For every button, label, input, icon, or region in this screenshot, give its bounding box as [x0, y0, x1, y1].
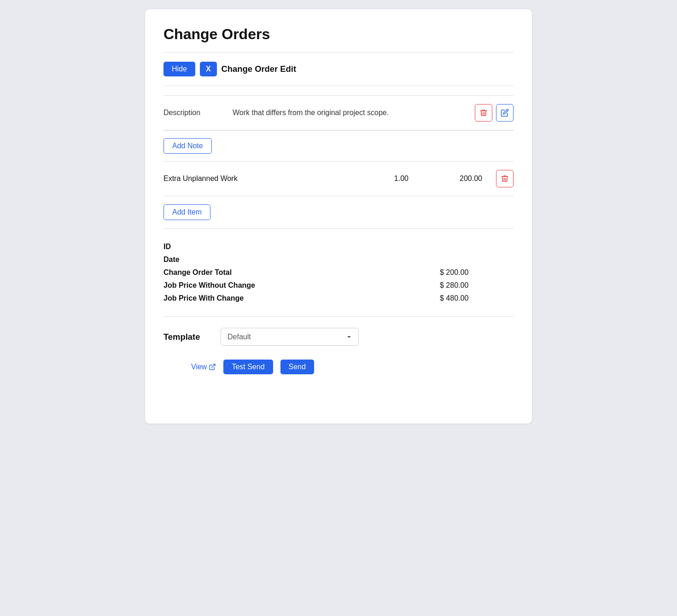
send-button[interactable]: Send: [280, 360, 314, 374]
view-link[interactable]: View: [191, 363, 216, 371]
edit-description-button[interactable]: [496, 104, 514, 122]
top-bar: Hide X Change Order Edit: [163, 62, 514, 76]
job-no-change-label: Job Price Without Change: [163, 281, 440, 290]
add-note-section: Add Note: [163, 130, 514, 162]
main-card: Change Orders Hide X Change Order Edit D…: [145, 9, 532, 424]
template-select[interactable]: Default: [221, 328, 359, 346]
job-with-change-row: Job Price With Change $ 480.00: [163, 294, 514, 302]
title-divider: [163, 52, 514, 52]
delete-line-item-button[interactable]: [496, 170, 514, 187]
topbar-divider: [163, 86, 514, 86]
line-item: Extra Unplanned Work 1.00 200.00: [163, 162, 514, 196]
bottom-actions: View Test Send Send: [163, 355, 514, 374]
description-row: Description Work that differs from the o…: [163, 95, 514, 130]
edit-icon: [501, 109, 509, 117]
page-title: Change Orders: [163, 26, 514, 43]
job-with-change-label: Job Price With Change: [163, 294, 440, 302]
description-value: Work that differs from the original proj…: [233, 109, 475, 117]
view-label: View: [191, 363, 207, 371]
add-note-button[interactable]: Add Note: [163, 138, 212, 154]
date-label: Date: [163, 256, 180, 264]
co-total-row: Change Order Total $ 200.00: [163, 268, 514, 277]
test-send-button[interactable]: Test Send: [223, 360, 273, 374]
description-label: Description: [163, 109, 233, 117]
add-item-button[interactable]: Add Item: [163, 204, 210, 220]
line-item-qty: 1.00: [372, 174, 409, 183]
template-section: Template Default: [163, 316, 514, 355]
job-no-change-row: Job Price Without Change $ 280.00: [163, 281, 514, 290]
job-no-change-value: $ 280.00: [440, 281, 514, 290]
hide-button[interactable]: Hide: [163, 62, 195, 76]
add-item-section: Add Item: [163, 196, 514, 229]
id-row: ID: [163, 243, 514, 251]
co-total-label: Change Order Total: [163, 268, 440, 277]
co-total-value: $ 200.00: [440, 268, 514, 277]
description-actions: [475, 104, 514, 122]
line-item-price: 200.00: [436, 174, 482, 183]
line-items-container: Extra Unplanned Work 1.00 200.00: [163, 162, 514, 196]
job-with-change-value: $ 480.00: [440, 294, 514, 302]
edit-title: Change Order Edit: [222, 64, 296, 74]
line-item-name: Extra Unplanned Work: [163, 174, 372, 183]
svg-line-0: [212, 364, 215, 367]
summary-section: ID Date Change Order Total $ 200.00 Job …: [163, 238, 514, 316]
id-label: ID: [163, 243, 171, 251]
trash-icon: [479, 109, 488, 117]
external-link-icon: [209, 363, 216, 371]
delete-description-button[interactable]: [475, 104, 492, 122]
close-button[interactable]: X: [200, 62, 217, 76]
template-label: Template: [163, 332, 210, 342]
date-row: Date: [163, 256, 514, 264]
trash-icon: [501, 174, 509, 183]
